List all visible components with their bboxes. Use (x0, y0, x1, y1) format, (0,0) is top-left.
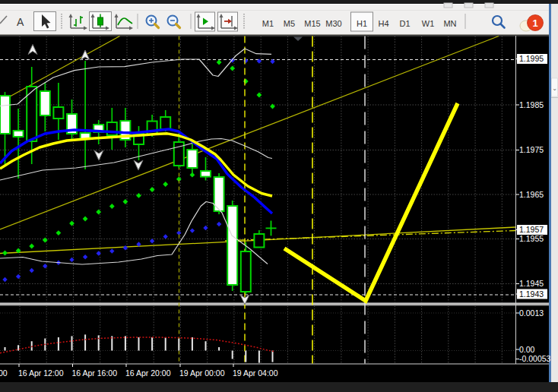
svg-text:1: 1 (532, 17, 537, 29)
svg-text:-0.00053: -0.00053 (519, 354, 551, 363)
svg-text:MN: MN (443, 19, 456, 28)
svg-text:⌄: ⌄ (552, 85, 557, 92)
svg-text:19 Apr 04:00: 19 Apr 04:00 (233, 368, 278, 378)
svg-text:W1: W1 (422, 19, 435, 28)
svg-text:A: A (17, 16, 24, 28)
svg-text:16 Apr 20:00: 16 Apr 20:00 (125, 368, 171, 378)
svg-text:H1: H1 (357, 19, 367, 28)
svg-text:1.1995: 1.1995 (519, 54, 544, 63)
svg-text:16 Apr 12:00: 16 Apr 12:00 (18, 368, 64, 378)
svg-text:1.1965: 1.1965 (519, 190, 544, 199)
svg-text:H4: H4 (378, 19, 388, 28)
svg-text:M1: M1 (262, 19, 274, 28)
svg-text:1.1955: 1.1955 (519, 234, 544, 243)
svg-text:1.1975: 1.1975 (519, 145, 544, 154)
svg-text:M5: M5 (284, 19, 295, 28)
svg-text:0.0013: 0.0013 (519, 308, 544, 318)
svg-text:00: 00 (0, 368, 8, 378)
svg-text:1.1945: 1.1945 (519, 279, 544, 288)
svg-text:1.1943: 1.1943 (519, 289, 544, 299)
svg-text:16 Apr 16:00: 16 Apr 16:00 (72, 368, 118, 378)
svg-text:M30: M30 (325, 19, 341, 28)
svg-text:19 Apr 00:00: 19 Apr 00:00 (179, 368, 225, 378)
svg-text:1.1985: 1.1985 (519, 100, 544, 109)
svg-text:0.00: 0.00 (519, 345, 535, 354)
svg-text:M15: M15 (304, 19, 320, 28)
svg-text:1.1957: 1.1957 (519, 225, 544, 234)
svg-text:D1: D1 (399, 19, 410, 28)
